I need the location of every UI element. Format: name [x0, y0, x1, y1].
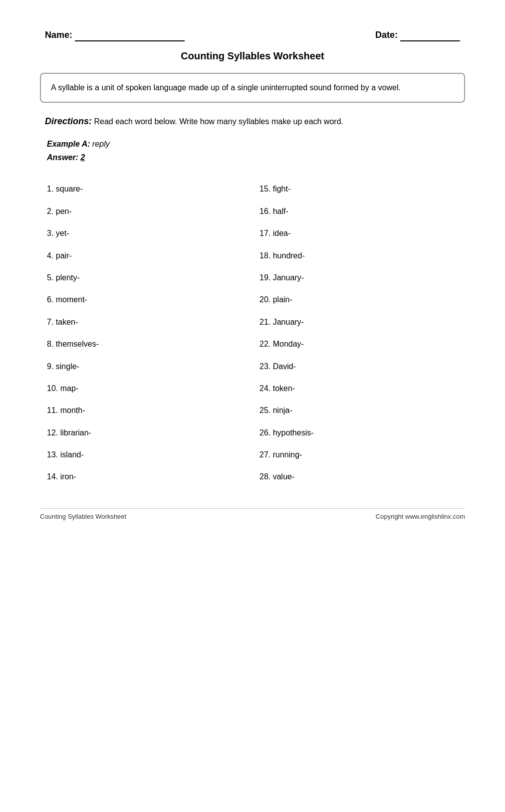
date-label: Date: — [375, 30, 398, 40]
word-item: 20. plain- — [252, 289, 465, 311]
word-item: 21. January- — [252, 311, 465, 333]
answer-label: Answer: — [47, 153, 78, 162]
word-item: 7. taken- — [40, 311, 252, 333]
date-field: Date: — [375, 30, 460, 41]
footer-right: Copyright www.englishlinx.com — [376, 513, 465, 520]
name-label: Name: — [45, 30, 72, 40]
word-item: 3. yet- — [40, 222, 252, 244]
word-item: 6. moment- — [40, 289, 252, 311]
word-item: 1. square- — [40, 178, 252, 200]
word-item: 19. January- — [252, 267, 465, 289]
example-word: reply — [92, 140, 110, 148]
word-item: 8. themselves- — [40, 333, 252, 355]
name-line — [75, 30, 185, 41]
word-item: 17. idea- — [252, 222, 465, 244]
word-item: 28. value- — [252, 466, 465, 488]
date-line — [400, 30, 460, 41]
name-field: Name: — [45, 30, 185, 41]
footer: Counting Syllables Worksheet Copyright w… — [40, 508, 465, 520]
word-item: 27. running- — [252, 444, 465, 466]
definition-text: A syllable is a unit of spoken language … — [51, 83, 401, 92]
word-item: 25. ninja- — [252, 400, 465, 421]
word-item: 10. map- — [40, 378, 252, 400]
word-item: 26. hypothesis- — [252, 422, 465, 444]
directions-block: Directions: Read each word below. Write … — [40, 115, 465, 128]
example-label: Example A: — [47, 140, 90, 148]
word-item: 11. month- — [40, 400, 252, 421]
directions-text: Read each word below. Write how many syl… — [94, 117, 343, 126]
word-item: 23. David- — [252, 356, 465, 378]
word-item: 5. plenty- — [40, 267, 252, 289]
word-item: 12. librarian- — [40, 422, 252, 444]
answer-value: 2 — [81, 153, 85, 162]
words-grid: 1. square-15. fight-2. pen-16. half-3. y… — [40, 178, 465, 488]
word-item: 15. fight- — [252, 178, 465, 200]
worksheet-title: Counting Syllables Worksheet — [40, 50, 465, 62]
word-item: 16. half- — [252, 201, 465, 222]
word-item: 9. single- — [40, 356, 252, 378]
word-item: 24. token- — [252, 378, 465, 400]
definition-box: A syllable is a unit of spoken language … — [40, 73, 465, 103]
word-item: 13. island- — [40, 444, 252, 466]
directions-label: Directions: — [45, 116, 92, 126]
footer-left: Counting Syllables Worksheet — [40, 513, 126, 520]
word-item: 4. pair- — [40, 245, 252, 267]
header: Name: Date: — [40, 30, 465, 41]
word-item: 2. pen- — [40, 201, 252, 222]
word-item: 22. Monday- — [252, 333, 465, 355]
word-item: 14. iron- — [40, 466, 252, 488]
word-item: 18. hundred- — [252, 245, 465, 267]
example-block: Example A: reply Answer: 2 — [40, 137, 465, 164]
